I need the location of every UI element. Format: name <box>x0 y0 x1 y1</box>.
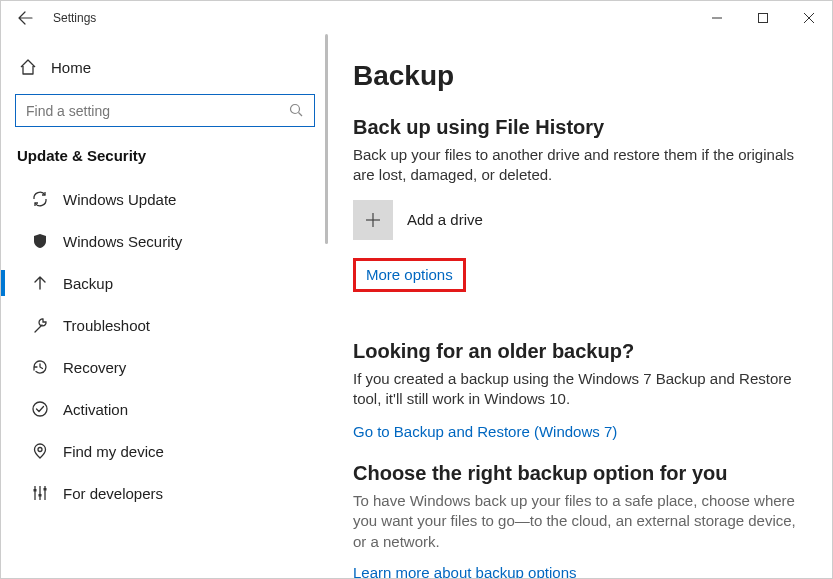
window-title: Settings <box>53 11 96 25</box>
sidebar-item-windows-update[interactable]: Windows Update <box>11 178 319 220</box>
sidebar-heading: Update & Security <box>11 147 319 178</box>
title-bar: Settings <box>1 1 832 34</box>
choose-backup-desc: To have Windows back up your files to a … <box>353 491 808 552</box>
home-icon <box>19 58 37 76</box>
plus-icon <box>364 211 382 229</box>
sidebar-item-backup[interactable]: Backup <box>11 262 319 304</box>
sidebar-home-label: Home <box>51 59 91 76</box>
svg-rect-11 <box>44 488 47 491</box>
check-circle-icon <box>31 400 49 418</box>
svg-point-5 <box>38 448 42 452</box>
file-history-desc: Back up your files to another drive and … <box>353 145 808 186</box>
search-icon <box>289 103 304 118</box>
svg-point-2 <box>291 105 300 114</box>
sidebar-item-label: For developers <box>63 485 163 502</box>
backup-restore-link[interactable]: Go to Backup and Restore (Windows 7) <box>353 423 808 440</box>
sidebar-item-troubleshoot[interactable]: Troubleshoot <box>11 304 319 346</box>
svg-line-3 <box>299 113 303 117</box>
sidebar: Home Update & Security Windows Update Wi… <box>1 34 329 578</box>
svg-rect-9 <box>34 489 37 492</box>
file-history-section: Back up using File History Back up your … <box>353 116 808 318</box>
sidebar-home[interactable]: Home <box>11 50 319 84</box>
add-drive-row: Add a drive <box>353 200 808 240</box>
back-button[interactable] <box>1 1 49 34</box>
sidebar-item-label: Troubleshoot <box>63 317 150 334</box>
refresh-icon <box>31 190 49 208</box>
svg-point-4 <box>33 402 47 416</box>
close-icon <box>804 13 814 23</box>
sidebar-item-label: Backup <box>63 275 113 292</box>
choose-backup-section: Choose the right backup option for you T… <box>353 462 808 578</box>
maximize-button[interactable] <box>740 1 786 34</box>
learn-more-link[interactable]: Learn more about backup options <box>353 564 808 578</box>
maximize-icon <box>758 13 768 23</box>
older-backup-section: Looking for an older backup? If you crea… <box>353 340 808 441</box>
older-backup-desc: If you created a backup using the Window… <box>353 369 808 410</box>
minimize-button[interactable] <box>694 1 740 34</box>
wrench-icon <box>31 316 49 334</box>
older-backup-heading: Looking for an older backup? <box>353 340 808 363</box>
sidebar-item-windows-security[interactable]: Windows Security <box>11 220 319 262</box>
sidebar-item-for-developers[interactable]: For developers <box>11 472 319 514</box>
history-icon <box>31 358 49 376</box>
page-title: Backup <box>353 60 808 92</box>
search-input[interactable] <box>26 103 289 119</box>
add-drive-label: Add a drive <box>407 211 483 228</box>
scrollbar-thumb[interactable] <box>325 34 328 244</box>
arrow-up-icon <box>31 274 49 292</box>
shield-icon <box>31 232 49 250</box>
more-options-highlight: More options <box>353 258 466 292</box>
sidebar-item-label: Recovery <box>63 359 126 376</box>
close-button[interactable] <box>786 1 832 34</box>
sidebar-item-find-my-device[interactable]: Find my device <box>11 430 319 472</box>
window-controls <box>694 1 832 34</box>
sidebar-item-label: Windows Security <box>63 233 182 250</box>
arrow-left-icon <box>17 10 33 26</box>
location-icon <box>31 442 49 460</box>
file-history-heading: Back up using File History <box>353 116 808 139</box>
sliders-icon <box>31 484 49 502</box>
sidebar-item-activation[interactable]: Activation <box>11 388 319 430</box>
sidebar-item-label: Find my device <box>63 443 164 460</box>
content-panel: Backup Back up using File History Back u… <box>329 34 832 578</box>
sidebar-item-label: Activation <box>63 401 128 418</box>
sidebar-item-recovery[interactable]: Recovery <box>11 346 319 388</box>
sidebar-scrollbar[interactable] <box>317 34 329 578</box>
svg-rect-10 <box>39 494 42 497</box>
more-options-link[interactable]: More options <box>366 266 453 283</box>
choose-backup-heading: Choose the right backup option for you <box>353 462 808 485</box>
svg-rect-1 <box>759 13 768 22</box>
search-box[interactable] <box>15 94 315 127</box>
minimize-icon <box>712 13 722 23</box>
add-drive-button[interactable] <box>353 200 393 240</box>
sidebar-item-label: Windows Update <box>63 191 176 208</box>
